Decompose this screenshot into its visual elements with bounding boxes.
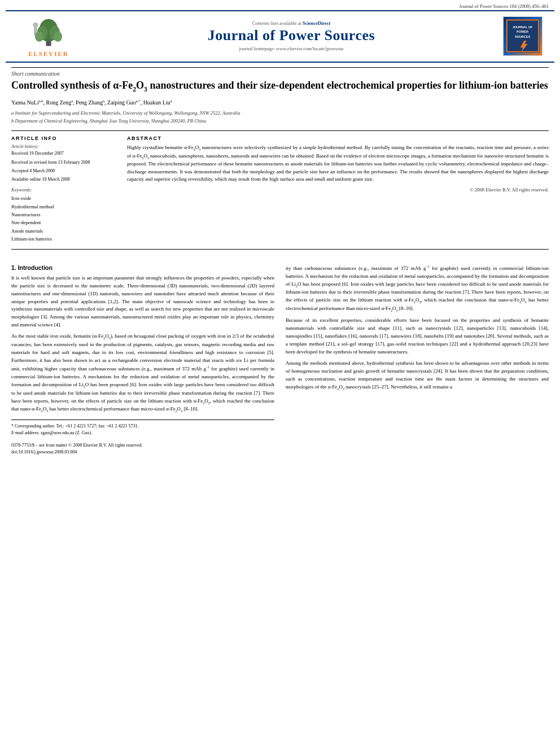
journal-title-main: Journal of Power Sources [82,28,500,44]
journal-logo-box: JOURNAL OF POWER SOURCES [503,16,542,56]
right-para-3: Among the methods mentioned above, hydro… [286,360,549,392]
sciencedirect-line: Contents lists available at ScienceDirec… [82,20,500,26]
journal-homepage: journal homepage: www.elsevier.com/locat… [82,46,500,51]
intro-title: 1. Introduction [11,264,274,271]
footer-issn: 0378-7753/$ – see front matter © 2008 El… [11,442,274,456]
keyword-2: Hydrothermal method [11,203,116,211]
keywords-list: Iron oxide Hydrothermal method Nanostruc… [11,194,116,243]
main-right-column: ity than carbonaceous substances (e.g., … [286,264,549,456]
article-info-heading: ARTICLE INFO [11,136,116,141]
accepted-date: Accepted 4 March 2008 [11,168,116,174]
footnote-corresponding: * Corresponding author. Tel.: +61 2 4221… [11,423,274,430]
svg-text:SOURCES: SOURCES [515,35,531,38]
article-type: Short communication [11,67,549,77]
abstract-text: Highly crystalline hematite α-Fe2O3 nano… [127,144,549,184]
keyword-5: Anode materials [11,227,116,235]
article-title: Controlled synthesis of α-Fe2O3 nanostru… [11,79,549,94]
received-date: Received 19 December 2007 [11,150,116,156]
abstract-column: ABSTRACT Highly crystalline hematite α-F… [127,136,549,243]
keyword-6: Lithium-ion batteries [11,235,116,243]
sciencedirect-link[interactable]: ScienceDirect [303,20,330,26]
history-label: Article history: [11,144,116,149]
elsevier-logo: ELSEVIER [15,15,82,57]
keywords-label: Keywords: [11,187,116,193]
article-info-column: ARTICLE INFO Article history: Received 1… [11,136,116,243]
divider-line [11,130,549,131]
keyword-3: Nanostructures [11,211,116,219]
main-left-column: 1. Introduction It is well known that pa… [11,264,274,456]
svg-text:JOURNAL OF: JOURNAL OF [513,25,533,29]
svg-text:POWER: POWER [517,30,528,33]
right-para-1: ity than carbonaceous substances (e.g., … [286,264,549,313]
abstract-heading: ABSTRACT [127,136,549,141]
journal-reference: Journal of Power Sources 184 (2008) 456–… [0,0,560,10]
affiliation-b: b Department of Chemical Engineering, Sh… [11,117,549,125]
main-content: 1. Introduction It is well known that pa… [0,260,560,462]
affiliations: a Institute for Superconducting and Elec… [11,110,549,125]
journal-title-area: Contents lists available at ScienceDirec… [82,20,500,52]
keyword-4: Size-dependent [11,219,116,226]
available-date: Available online 18 March 2008 [11,176,116,182]
revised-date: Received in revised form 13 February 200… [11,159,116,165]
intro-para-1: It is well known that particle size is a… [11,274,274,330]
right-para-2: Because of its excellent properties, con… [286,317,549,356]
intro-para-2: As the most stable iron oxide, hematite … [11,333,274,414]
info-abstract-columns: ARTICLE INFO Article history: Received 1… [11,136,549,243]
journal-logo: JOURNAL OF POWER SOURCES [500,16,545,56]
authors: Yanna NuLia,b, Rong Zenga, Peng Zhanga, … [11,98,549,107]
article-body: Short communication Controlled synthesis… [0,63,560,260]
divider-line-2 [11,249,549,250]
svg-rect-8 [34,28,37,36]
keyword-1: Iron oxide [11,194,116,202]
svg-point-5 [54,32,62,42]
footer-doi: doi:10.1016/j.jpowsour.2008.03.004 [11,449,274,456]
page: Journal of Power Sources 184 (2008) 456–… [0,0,560,747]
copyright-line: © 2008 Elsevier B.V. All rights reserved… [127,187,549,193]
footnote-email: E-mail address: zguo@uow.edu.au (Z. Guo)… [11,430,274,436]
journal-header: ELSEVIER Contents lists available at Sci… [6,10,554,63]
footnote-area: * Corresponding author. Tel.: +61 2 4221… [11,420,274,436]
svg-point-7 [33,23,38,28]
affiliation-a: a Institute for Superconducting and Elec… [11,110,549,117]
elsevier-brand: ELSEVIER [28,50,69,57]
footer-issn-text: 0378-7753/$ – see front matter © 2008 El… [11,442,274,449]
